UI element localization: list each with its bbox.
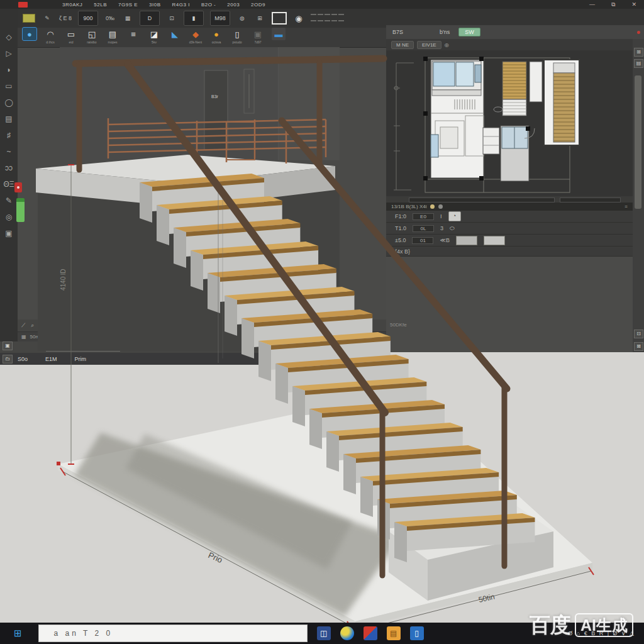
gradient-tool[interactable]: ◣	[167, 28, 183, 45]
tool-icon[interactable]: ✎	[6, 196, 12, 205]
corner-tool[interactable]: ◱ ratstbo	[84, 28, 100, 45]
files-app-icon[interactable]: ▤	[387, 626, 401, 640]
tool-icon[interactable]: ɔɔ	[5, 164, 13, 172]
folder-icon[interactable]: 🗀	[3, 355, 13, 364]
prop-value[interactable]: 0L	[413, 225, 434, 232]
loop-icon[interactable]: ⬭	[450, 225, 455, 232]
value-box[interactable]: ▮	[184, 11, 204, 26]
bottom-menu-item[interactable]: Prim	[75, 356, 87, 362]
scrollbar-thumb[interactable]	[635, 75, 641, 209]
paint-tool[interactable]: ◪ 5kv	[146, 28, 162, 45]
arc-tool[interactable]: ◠ d.thcs	[42, 28, 58, 45]
clock-icon[interactable]: ◔	[448, 211, 461, 221]
tool-icon[interactable]: ▤	[5, 114, 12, 123]
corner-tool-icon: ◱	[85, 28, 99, 40]
plan-right-stair-room	[544, 60, 579, 145]
material-swatch-icon[interactable]	[23, 14, 35, 23]
measurement-field[interactable]: 4706W/s	[46, 343, 120, 352]
color-dot-yellow[interactable]	[430, 204, 435, 209]
panel-icon[interactable]: ▦	[122, 12, 133, 25]
prop-value[interactable]: E0	[413, 213, 434, 220]
cursor-icon[interactable]: ⟋	[21, 322, 25, 329]
section-marker-green[interactable]	[16, 198, 25, 222]
browser-app-icon[interactable]	[340, 626, 354, 640]
tool-icon[interactable]: ~	[6, 147, 11, 156]
selection-frame-icon[interactable]	[272, 12, 287, 25]
dock-icon-1[interactable]: ⊞	[634, 48, 643, 57]
lines-tool-icon: ≡	[126, 28, 140, 40]
close-button[interactable]: ✕	[631, 1, 636, 8]
prop-label: F1:0	[395, 213, 406, 219]
toolbar-label[interactable]: ζ E 8	[59, 12, 72, 25]
tab-plan[interactable]: M NE	[391, 41, 414, 49]
restore-button[interactable]: ⧉	[611, 1, 615, 8]
collapse-icon[interactable]: =	[625, 204, 628, 209]
cad-app-icon[interactable]: ▯	[410, 626, 424, 640]
material-swatch-2[interactable]	[484, 236, 505, 245]
menu-item[interactable]: 52LB	[94, 2, 107, 8]
section-marker-red[interactable]	[14, 182, 22, 192]
tool-icon[interactable]: ◯	[4, 98, 13, 107]
tool-icon[interactable]: ◇	[6, 33, 11, 42]
titlebar: 3R0AKJ 52LB 7G9S E 3I0B R4G3 I B2O - 200…	[0, 0, 644, 9]
design-app-icon[interactable]	[364, 626, 377, 640]
bottom-menu-item[interactable]: S0o	[18, 356, 28, 362]
tool-icon[interactable]: ▭	[5, 82, 12, 91]
teams-app-icon[interactable]: ◫	[317, 626, 331, 640]
tool-icon[interactable]: ΘΞ	[3, 180, 14, 189]
dock-icon-4[interactable]: ⊠	[634, 342, 643, 351]
value-box[interactable]: M98	[210, 11, 230, 26]
taskbar-search-input[interactable]: a an T 2 0	[38, 625, 308, 642]
book-tool[interactable]: ▯ pstudo	[229, 28, 245, 45]
prop-value[interactable]: 01	[412, 237, 433, 244]
paint-tool-icon: ◪	[147, 28, 161, 40]
color-dot-gray[interactable]	[438, 204, 443, 209]
minimize-button[interactable]: —	[589, 1, 595, 8]
menu-item[interactable]: 2OD9	[251, 2, 265, 8]
pages-tool[interactable]: ▤ mopes	[104, 28, 121, 45]
snap-grid-buttons[interactable]	[311, 12, 344, 25]
menu-item[interactable]: 2003	[227, 2, 240, 8]
layers-icon[interactable]: ⧉	[40, 322, 43, 329]
menu-item[interactable]: 3R0AKJ	[62, 2, 82, 8]
blob-tool[interactable]: ● octsva	[208, 28, 225, 45]
value-box[interactable]: 900	[78, 11, 98, 26]
select-tool[interactable]: ●	[21, 28, 38, 45]
orbit-icon[interactable]: ◉	[293, 12, 304, 25]
menu-item[interactable]: R4G3 I	[172, 2, 190, 8]
tool-icon[interactable]: ♯	[7, 131, 11, 140]
plan-stair-run	[502, 62, 542, 116]
start-button-icon[interactable]: ⊞	[14, 628, 22, 639]
floor-plan-panel[interactable]	[386, 50, 633, 196]
menu-item[interactable]: 7G9S E	[118, 2, 138, 8]
frame-icon[interactable]: ⊞	[254, 12, 265, 25]
footer-slot[interactable]	[409, 197, 555, 203]
tool-icon[interactable]: ◎	[6, 213, 12, 221]
panel-toggle[interactable]: ▬	[270, 28, 287, 45]
bottom-menu-item[interactable]: E1M	[45, 356, 57, 362]
tool-icon[interactable]: ◗	[6, 65, 11, 74]
target-icon[interactable]: ◎	[445, 42, 449, 48]
viewport-3d[interactable]	[18, 47, 386, 352]
lines-tool[interactable]: ≡	[125, 28, 142, 45]
wall-tool[interactable]: ▭ etd	[63, 28, 79, 45]
menu-item[interactable]: B2O -	[201, 2, 216, 8]
material-swatch-1[interactable]	[456, 236, 477, 245]
zoom-icon[interactable]: ⌕	[31, 322, 34, 329]
frame-tool[interactable]: ▣ 7d97	[250, 28, 266, 45]
value-box[interactable]: D	[140, 11, 160, 26]
pencil-tool-icon[interactable]: ✎	[42, 12, 53, 25]
tool-icon[interactable]: ▣	[5, 229, 12, 238]
tab-view[interactable]: EIV1E	[417, 41, 441, 49]
display-icon[interactable]: ⊡	[166, 12, 177, 25]
toolbar-label[interactable]: 0‰	[104, 12, 116, 25]
tool-icon[interactable]: ▷	[6, 49, 11, 58]
apply-button[interactable]: SW	[458, 28, 480, 36]
dock-icon-3[interactable]: ⊡	[634, 330, 643, 338]
menu-item[interactable]: 3I0B	[149, 2, 160, 8]
crystal-tool[interactable]: ◆ d3k-Nent	[187, 28, 204, 45]
panel-corner-icon[interactable]: ▣	[3, 341, 13, 350]
dock-icon-2[interactable]: ▤	[634, 59, 643, 68]
footer-slot[interactable]	[560, 197, 621, 203]
sphere-icon[interactable]: ◍	[236, 12, 248, 25]
